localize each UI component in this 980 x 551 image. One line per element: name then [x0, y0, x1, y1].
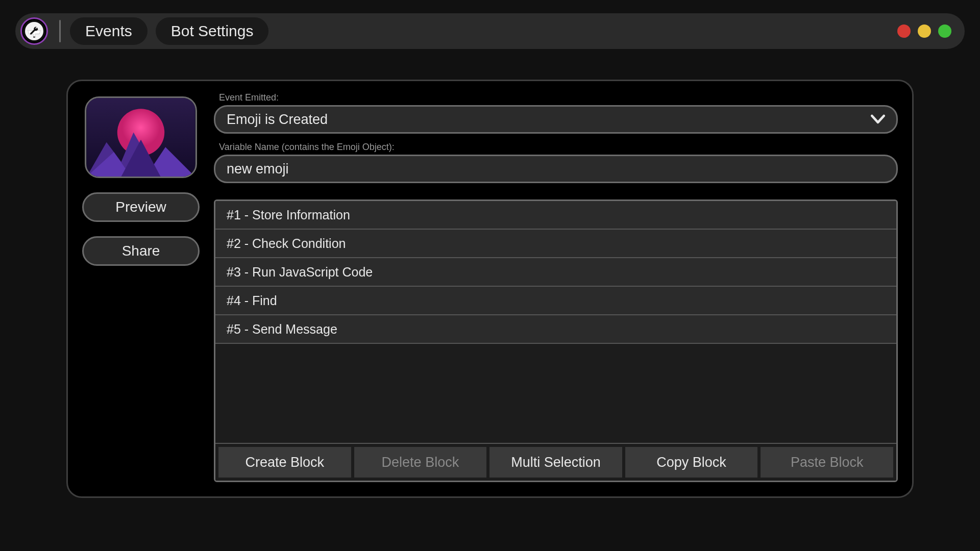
- block-row[interactable]: #1 - Store Information: [215, 201, 896, 230]
- blocks-footer: Create Block Delete Block Multi Selectio…: [215, 443, 896, 481]
- tab-events[interactable]: Events: [70, 17, 148, 45]
- tab-bot-settings[interactable]: Bot Settings: [156, 17, 269, 45]
- copy-block-button[interactable]: Copy Block: [625, 447, 758, 478]
- mountain-sunset-icon: [86, 98, 195, 177]
- event-emitted-value: Emoji is Created: [227, 112, 328, 128]
- topbar-divider: [59, 20, 61, 42]
- maximize-icon[interactable]: [938, 24, 951, 38]
- block-row[interactable]: #2 - Check Condition: [215, 230, 896, 258]
- app-logo[interactable]: [20, 17, 48, 45]
- blocks-panel: #1 - Store Information #2 - Check Condit…: [214, 199, 898, 482]
- left-column: Preview Share: [82, 92, 200, 482]
- variable-name-input[interactable]: [227, 161, 885, 177]
- topbar: Events Bot Settings: [15, 13, 965, 49]
- event-emitted-label: Event Emitted:: [219, 92, 898, 103]
- delete-block-button[interactable]: Delete Block: [354, 447, 487, 478]
- wrench-icon: [29, 26, 39, 36]
- variable-name-input-wrap: [214, 155, 898, 183]
- variable-name-label: Variable Name (contains the Emoji Object…: [219, 142, 898, 153]
- share-button[interactable]: Share: [82, 236, 200, 266]
- block-row[interactable]: #4 - Find: [215, 287, 896, 315]
- create-block-button[interactable]: Create Block: [218, 447, 351, 478]
- editor-panel: Preview Share Event Emitted: Emoji is Cr…: [66, 80, 914, 498]
- minimize-icon[interactable]: [918, 24, 931, 38]
- window-controls: [897, 24, 957, 38]
- event-emitted-select[interactable]: Emoji is Created: [214, 105, 898, 134]
- block-row[interactable]: #3 - Run JavaScript Code: [215, 258, 896, 287]
- event-thumbnail[interactable]: [85, 96, 197, 178]
- paste-block-button[interactable]: Paste Block: [761, 447, 893, 478]
- right-column: Event Emitted: Emoji is Created Variable…: [214, 92, 898, 482]
- block-row[interactable]: #5 - Send Message: [215, 315, 896, 344]
- multi-selection-button[interactable]: Multi Selection: [489, 447, 622, 478]
- chevron-down-icon: [871, 112, 885, 127]
- close-icon[interactable]: [897, 24, 911, 38]
- blocks-list: #1 - Store Information #2 - Check Condit…: [215, 201, 896, 443]
- preview-button[interactable]: Preview: [82, 192, 200, 222]
